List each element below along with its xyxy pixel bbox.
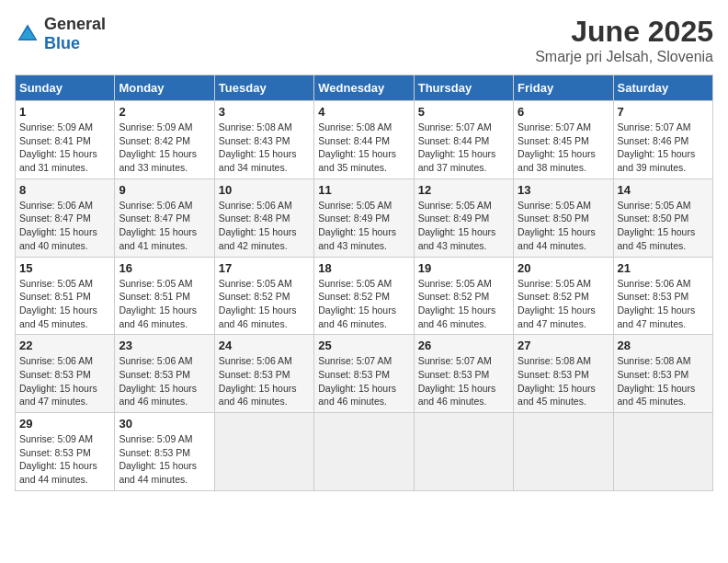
calendar-cell: 28Sunrise: 5:08 AMSunset: 8:53 PMDayligh… bbox=[613, 335, 712, 413]
calendar-cell: 21Sunrise: 5:06 AMSunset: 8:53 PMDayligh… bbox=[613, 257, 712, 335]
day-info: Sunrise: 5:08 AMSunset: 8:44 PMDaylight:… bbox=[318, 121, 409, 175]
day-number: 16 bbox=[119, 261, 210, 275]
calendar: SundayMondayTuesdayWednesdayThursdayFrid… bbox=[15, 75, 713, 491]
calendar-cell: 30Sunrise: 5:09 AMSunset: 8:53 PMDayligh… bbox=[115, 413, 214, 491]
day-info: Sunrise: 5:08 AMSunset: 8:53 PMDaylight:… bbox=[518, 354, 609, 408]
day-info: Sunrise: 5:05 AMSunset: 8:49 PMDaylight:… bbox=[318, 199, 409, 253]
day-info: Sunrise: 5:05 AMSunset: 8:50 PMDaylight:… bbox=[618, 199, 709, 253]
day-number: 4 bbox=[318, 105, 409, 119]
calendar-cell: 17Sunrise: 5:05 AMSunset: 8:52 PMDayligh… bbox=[214, 257, 313, 335]
calendar-cell: 12Sunrise: 5:05 AMSunset: 8:49 PMDayligh… bbox=[414, 178, 513, 257]
day-number: 20 bbox=[518, 261, 609, 275]
day-number: 28 bbox=[618, 339, 709, 352]
day-number: 10 bbox=[219, 183, 310, 197]
day-number: 13 bbox=[518, 183, 609, 197]
day-info: Sunrise: 5:06 AMSunset: 8:47 PMDaylight:… bbox=[19, 199, 110, 253]
day-info: Sunrise: 5:05 AMSunset: 8:49 PMDaylight:… bbox=[418, 199, 509, 253]
day-info: Sunrise: 5:07 AMSunset: 8:53 PMDaylight:… bbox=[318, 354, 409, 408]
day-info: Sunrise: 5:06 AMSunset: 8:53 PMDaylight:… bbox=[618, 277, 709, 331]
day-info: Sunrise: 5:07 AMSunset: 8:44 PMDaylight:… bbox=[418, 121, 509, 175]
calendar-cell: 24Sunrise: 5:06 AMSunset: 8:53 PMDayligh… bbox=[214, 335, 313, 413]
calendar-cell: 13Sunrise: 5:05 AMSunset: 8:50 PMDayligh… bbox=[514, 178, 613, 257]
calendar-cell: 11Sunrise: 5:05 AMSunset: 8:49 PMDayligh… bbox=[314, 178, 414, 257]
day-info: Sunrise: 5:08 AMSunset: 8:53 PMDaylight:… bbox=[618, 354, 709, 408]
day-info: Sunrise: 5:05 AMSunset: 8:52 PMDaylight:… bbox=[318, 277, 409, 331]
day-info: Sunrise: 5:08 AMSunset: 8:43 PMDaylight:… bbox=[219, 121, 310, 175]
calendar-cell: 5Sunrise: 5:07 AMSunset: 8:44 PMDaylight… bbox=[414, 101, 513, 179]
calendar-cell: 20Sunrise: 5:05 AMSunset: 8:52 PMDayligh… bbox=[514, 257, 613, 335]
day-info: Sunrise: 5:05 AMSunset: 8:51 PMDaylight:… bbox=[19, 277, 110, 331]
day-info: Sunrise: 5:07 AMSunset: 8:45 PMDaylight:… bbox=[518, 121, 609, 175]
day-number: 29 bbox=[19, 417, 110, 431]
logo-text: General Blue bbox=[44, 15, 106, 53]
day-info: Sunrise: 5:06 AMSunset: 8:53 PMDaylight:… bbox=[219, 354, 310, 408]
calendar-week-2: 8Sunrise: 5:06 AMSunset: 8:47 PMDaylight… bbox=[16, 178, 713, 257]
calendar-cell bbox=[314, 413, 414, 491]
calendar-cell bbox=[214, 413, 313, 491]
day-number: 1 bbox=[19, 105, 110, 119]
calendar-cell: 25Sunrise: 5:07 AMSunset: 8:53 PMDayligh… bbox=[314, 335, 414, 413]
calendar-cell: 18Sunrise: 5:05 AMSunset: 8:52 PMDayligh… bbox=[314, 257, 414, 335]
day-info: Sunrise: 5:05 AMSunset: 8:50 PMDaylight:… bbox=[518, 199, 609, 253]
day-number: 27 bbox=[518, 339, 609, 352]
day-header-wednesday: Wednesday bbox=[314, 75, 414, 101]
calendar-week-5: 29Sunrise: 5:09 AMSunset: 8:53 PMDayligh… bbox=[16, 413, 713, 491]
day-info: Sunrise: 5:09 AMSunset: 8:42 PMDaylight:… bbox=[119, 121, 210, 175]
day-number: 25 bbox=[318, 339, 409, 352]
calendar-cell bbox=[613, 413, 712, 491]
day-info: Sunrise: 5:05 AMSunset: 8:52 PMDaylight:… bbox=[418, 277, 509, 331]
calendar-cell: 8Sunrise: 5:06 AMSunset: 8:47 PMDaylight… bbox=[16, 178, 115, 257]
day-number: 8 bbox=[19, 183, 110, 197]
calendar-cell: 16Sunrise: 5:05 AMSunset: 8:51 PMDayligh… bbox=[115, 257, 214, 335]
day-number: 21 bbox=[618, 261, 709, 275]
day-number: 3 bbox=[219, 105, 310, 119]
calendar-cell: 19Sunrise: 5:05 AMSunset: 8:52 PMDayligh… bbox=[414, 257, 513, 335]
day-number: 11 bbox=[318, 183, 409, 197]
day-info: Sunrise: 5:05 AMSunset: 8:52 PMDaylight:… bbox=[518, 277, 609, 331]
day-number: 14 bbox=[618, 183, 709, 197]
day-info: Sunrise: 5:09 AMSunset: 8:53 PMDaylight:… bbox=[119, 432, 210, 487]
day-number: 9 bbox=[119, 183, 210, 197]
calendar-cell: 29Sunrise: 5:09 AMSunset: 8:53 PMDayligh… bbox=[16, 413, 115, 491]
location-title: Smarje pri Jelsah, Slovenia bbox=[535, 49, 713, 65]
day-info: Sunrise: 5:09 AMSunset: 8:41 PMDaylight:… bbox=[19, 121, 110, 175]
calendar-cell: 26Sunrise: 5:07 AMSunset: 8:53 PMDayligh… bbox=[414, 335, 513, 413]
day-number: 12 bbox=[418, 183, 509, 197]
day-info: Sunrise: 5:06 AMSunset: 8:47 PMDaylight:… bbox=[119, 199, 210, 253]
logo-icon bbox=[15, 21, 40, 47]
day-header-friday: Friday bbox=[514, 75, 613, 101]
calendar-cell: 9Sunrise: 5:06 AMSunset: 8:47 PMDaylight… bbox=[115, 178, 214, 257]
calendar-body: 1Sunrise: 5:09 AMSunset: 8:41 PMDaylight… bbox=[16, 101, 713, 491]
calendar-cell: 14Sunrise: 5:05 AMSunset: 8:50 PMDayligh… bbox=[613, 178, 712, 257]
day-header-sunday: Sunday bbox=[16, 75, 115, 101]
calendar-cell: 15Sunrise: 5:05 AMSunset: 8:51 PMDayligh… bbox=[16, 257, 115, 335]
day-number: 6 bbox=[518, 105, 609, 119]
day-number: 26 bbox=[418, 339, 509, 352]
calendar-cell: 3Sunrise: 5:08 AMSunset: 8:43 PMDaylight… bbox=[214, 101, 313, 179]
calendar-cell: 10Sunrise: 5:06 AMSunset: 8:48 PMDayligh… bbox=[214, 178, 313, 257]
logo: General Blue bbox=[15, 15, 106, 53]
day-number: 23 bbox=[119, 339, 210, 352]
day-number: 19 bbox=[418, 261, 509, 275]
day-number: 30 bbox=[119, 417, 210, 431]
calendar-week-1: 1Sunrise: 5:09 AMSunset: 8:41 PMDaylight… bbox=[16, 101, 713, 179]
calendar-week-3: 15Sunrise: 5:05 AMSunset: 8:51 PMDayligh… bbox=[16, 257, 713, 335]
day-number: 7 bbox=[618, 105, 709, 119]
title-area: June 2025 Smarje pri Jelsah, Slovenia bbox=[535, 15, 713, 65]
calendar-cell: 6Sunrise: 5:07 AMSunset: 8:45 PMDaylight… bbox=[514, 101, 613, 179]
day-info: Sunrise: 5:09 AMSunset: 8:53 PMDaylight:… bbox=[19, 432, 110, 487]
calendar-cell: 22Sunrise: 5:06 AMSunset: 8:53 PMDayligh… bbox=[16, 335, 115, 413]
logo-general: General bbox=[44, 15, 106, 33]
day-info: Sunrise: 5:06 AMSunset: 8:48 PMDaylight:… bbox=[219, 199, 310, 253]
calendar-week-4: 22Sunrise: 5:06 AMSunset: 8:53 PMDayligh… bbox=[16, 335, 713, 413]
header: General Blue June 2025 Smarje pri Jelsah… bbox=[15, 15, 713, 65]
calendar-cell: 23Sunrise: 5:06 AMSunset: 8:53 PMDayligh… bbox=[115, 335, 214, 413]
day-info: Sunrise: 5:06 AMSunset: 8:53 PMDaylight:… bbox=[119, 354, 210, 408]
day-number: 2 bbox=[119, 105, 210, 119]
day-number: 17 bbox=[219, 261, 310, 275]
calendar-cell: 7Sunrise: 5:07 AMSunset: 8:46 PMDaylight… bbox=[613, 101, 712, 179]
day-number: 15 bbox=[19, 261, 110, 275]
day-info: Sunrise: 5:05 AMSunset: 8:51 PMDaylight:… bbox=[119, 277, 210, 331]
calendar-cell: 1Sunrise: 5:09 AMSunset: 8:41 PMDaylight… bbox=[16, 101, 115, 179]
day-header-tuesday: Tuesday bbox=[214, 75, 313, 101]
